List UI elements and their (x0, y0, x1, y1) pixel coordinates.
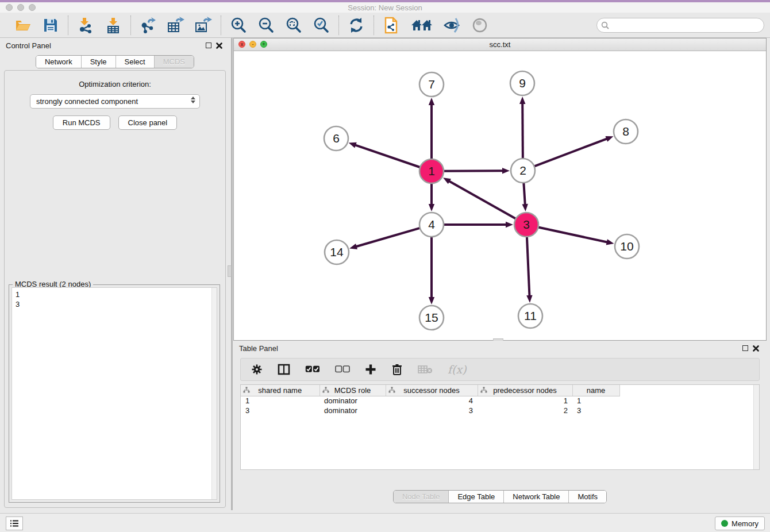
eye-slash-icon (443, 17, 461, 33)
zoom-selected-icon (313, 17, 330, 34)
float-table-panel-button[interactable] (740, 343, 750, 353)
save-session-button[interactable] (41, 16, 60, 34)
graph-arrowhead (526, 295, 532, 303)
graph-arrowhead (506, 222, 513, 228)
optimization-criterion-select[interactable]: strongly connected component (30, 94, 200, 109)
table-row[interactable]: 1dominator411 (241, 396, 759, 406)
mcds-tab-content: Optimization criterion: strongly connect… (4, 70, 226, 508)
table-cell[interactable]: 1 (478, 396, 572, 406)
refresh-icon (348, 17, 365, 34)
column-header-predecessor-nodes[interactable]: predecessor nodes (478, 385, 572, 396)
table-cell[interactable]: 4 (386, 396, 478, 406)
table-settings-button[interactable] (251, 364, 263, 375)
graph-arrowhead (605, 136, 613, 142)
column-header-successor-nodes[interactable]: successor nodes (386, 385, 478, 396)
add-column-button[interactable] (365, 364, 376, 375)
graph-edge-1-2[interactable] (443, 171, 503, 171)
table-cell[interactable]: 1 (241, 396, 319, 406)
zoom-selected-button[interactable] (312, 16, 330, 34)
graph-edge-1-6[interactable] (355, 145, 421, 167)
unchecked-boxes-icon (335, 365, 350, 373)
node-table-grid: shared nameMCDS rolesuccessor nodesprede… (241, 385, 759, 415)
vertical-splitter-handle[interactable] (228, 265, 232, 277)
header-filler (619, 385, 759, 396)
zoom-out-button[interactable] (257, 16, 275, 34)
import-network-button[interactable] (76, 16, 95, 34)
column-header-name[interactable]: name (572, 385, 619, 396)
table-cell[interactable]: 3 (241, 406, 319, 415)
zoom-in-button[interactable] (229, 16, 248, 34)
graph-node-label: 2 (519, 164, 526, 177)
tab-motifs[interactable]: Motifs (568, 491, 606, 503)
network-graph[interactable]: 7968124314101511 (234, 51, 766, 341)
tab-node-table[interactable]: Node Table (394, 491, 449, 503)
result-scrollbar[interactable] (211, 288, 217, 499)
deselect-all-button[interactable] (335, 365, 350, 373)
plus-icon (365, 364, 376, 375)
tab-network-table[interactable]: Network Table (503, 491, 568, 503)
graph-edge-4-14[interactable] (356, 228, 421, 247)
export-table-button[interactable] (167, 16, 185, 34)
apply-layout-button[interactable] (347, 16, 365, 34)
import-table-button[interactable] (104, 16, 122, 34)
zoom-fit-button[interactable] (284, 16, 303, 34)
graph-edge-3-11[interactable] (527, 236, 530, 296)
export-network-button[interactable] (139, 16, 157, 34)
graph-arrowhead (429, 98, 434, 105)
float-panel-button[interactable] (203, 40, 214, 51)
search-input[interactable] (596, 18, 764, 33)
graph-edge-2-8[interactable] (534, 138, 608, 167)
graph-edge-3-1[interactable] (449, 181, 517, 219)
mcds-result-textarea[interactable]: 1 3 (11, 287, 217, 500)
show-graphics-details-button[interactable] (471, 16, 489, 34)
float-icon (206, 43, 211, 48)
delete-column-button[interactable] (391, 363, 403, 376)
tab-network[interactable]: Network (36, 56, 81, 68)
split-table-view-button[interactable] (278, 364, 290, 375)
table-cell[interactable]: 3 (572, 406, 619, 415)
memory-button[interactable]: Memory (715, 516, 765, 530)
close-table-panel-button[interactable] (750, 343, 761, 353)
tab-style[interactable]: Style (81, 56, 116, 68)
export-network-icon (140, 17, 157, 34)
table-row[interactable]: 3dominator323 (241, 406, 759, 415)
close-panel-button-mcds[interactable]: Close panel (118, 115, 178, 130)
delete-table-button[interactable] (418, 364, 433, 375)
hide-selected-button[interactable] (443, 16, 461, 34)
graph-node-label: 3 (523, 218, 530, 231)
table-cell[interactable]: dominator (319, 406, 386, 415)
run-mcds-button[interactable]: Run MCDS (53, 115, 110, 130)
tab-select[interactable]: Select (116, 56, 154, 68)
table-scrollbar[interactable] (753, 385, 759, 469)
graph-edge-3-10[interactable] (538, 227, 608, 242)
table-cell[interactable]: 1 (572, 396, 619, 406)
export-image-button[interactable] (194, 16, 213, 34)
table-cell[interactable]: 3 (386, 406, 478, 415)
first-neighbors-button[interactable] (410, 16, 434, 34)
column-header-label: successor nodes (403, 386, 460, 395)
graph-node-label: 15 (425, 311, 438, 324)
open-file-button[interactable] (14, 16, 32, 34)
trash-icon (391, 363, 403, 376)
graph-arrowhead (429, 204, 434, 211)
table-panel-title: Table Panel (239, 344, 278, 353)
select-all-button[interactable] (305, 365, 320, 373)
network-window-titlebar[interactable]: x - + scc.txt (234, 38, 766, 51)
column-header-shared-name[interactable]: shared name (241, 385, 319, 396)
graph-edge-2-9[interactable] (522, 103, 523, 159)
float-icon (742, 345, 748, 351)
table-cell[interactable]: 2 (478, 406, 572, 415)
close-panel-button[interactable] (214, 40, 224, 51)
task-history-button[interactable] (6, 516, 23, 530)
tab-mcds[interactable]: MCDS (154, 56, 194, 68)
clone-network-button[interactable] (382, 16, 401, 34)
function-builder-button[interactable]: f(x) (448, 363, 467, 376)
graph-node-label: 8 (622, 125, 629, 138)
graph-edge-2-3[interactable] (523, 182, 525, 205)
column-header-MCDS-role[interactable]: MCDS role (319, 385, 386, 396)
tab-edge-table[interactable]: Edge Table (448, 491, 503, 503)
control-panel-title: Control Panel (6, 41, 51, 50)
graph-node-label: 10 (620, 240, 633, 253)
network-canvas[interactable]: 7968124314101511 (234, 51, 766, 340)
table-cell[interactable]: dominator (319, 396, 386, 406)
